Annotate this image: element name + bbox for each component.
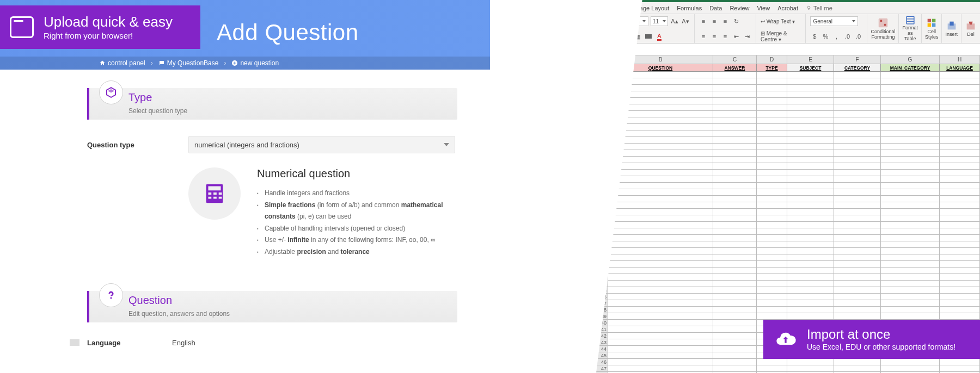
fill-color-button[interactable] (644, 32, 653, 41)
cell[interactable] (608, 365, 713, 372)
cell[interactable] (757, 261, 787, 268)
cell[interactable] (787, 189, 834, 196)
row-header[interactable]: 5 (596, 91, 608, 98)
row-header[interactable]: 39 (596, 313, 608, 320)
cell[interactable] (881, 157, 940, 163)
cell[interactable] (713, 274, 757, 281)
cell[interactable] (713, 111, 757, 117)
row-header[interactable]: 11 (596, 130, 608, 137)
cell[interactable] (881, 241, 940, 248)
cell[interactable] (757, 307, 787, 313)
cell[interactable] (834, 111, 881, 117)
cell[interactable] (787, 170, 834, 176)
conditional-formatting-button[interactable]: ConditionalFormatting (867, 14, 899, 43)
col-header[interactable]: B (608, 55, 713, 64)
cell[interactable] (713, 144, 757, 150)
cell[interactable] (834, 248, 881, 254)
cell[interactable] (713, 228, 757, 235)
table-header-cell[interactable]: LANGUAGE (940, 64, 980, 72)
cell[interactable] (787, 111, 834, 117)
cell[interactable] (940, 104, 980, 111)
cell[interactable] (608, 130, 713, 137)
cell[interactable] (881, 215, 940, 222)
cell[interactable] (757, 85, 787, 91)
cell[interactable] (881, 254, 940, 261)
cell[interactable] (757, 294, 787, 300)
cell-styles-button[interactable]: CellStyles (922, 14, 942, 43)
cell[interactable] (757, 130, 787, 137)
cell[interactable] (713, 268, 757, 274)
name-box[interactable] (596, 43, 622, 55)
cell[interactable] (757, 222, 787, 228)
cell[interactable] (881, 222, 940, 228)
row-header[interactable]: 10 (596, 124, 608, 130)
cell[interactable] (787, 176, 834, 183)
cell[interactable] (608, 313, 713, 320)
cell[interactable] (787, 163, 834, 170)
table-header-cell[interactable]: SUBJECT (787, 64, 834, 72)
cell[interactable] (881, 91, 940, 98)
cell[interactable] (940, 98, 980, 104)
cell[interactable] (757, 78, 787, 85)
cell[interactable] (940, 130, 980, 137)
row-header[interactable]: 42 (596, 333, 608, 339)
cell[interactable] (834, 85, 881, 91)
cell[interactable] (834, 268, 881, 274)
decrease-indent-icon[interactable]: ⇤ (732, 32, 740, 41)
cell[interactable] (787, 261, 834, 268)
cell[interactable] (713, 254, 757, 261)
cell[interactable] (881, 313, 940, 320)
cell[interactable] (940, 261, 980, 268)
cell[interactable] (834, 176, 881, 183)
cell[interactable] (834, 294, 881, 300)
cell[interactable] (787, 274, 834, 281)
cell[interactable] (713, 287, 757, 294)
cell[interactable] (608, 326, 713, 333)
cell[interactable] (787, 300, 834, 307)
row-header[interactable]: 22 (596, 202, 608, 209)
align-left-icon[interactable]: ≡ (699, 32, 708, 41)
cell[interactable] (608, 228, 713, 235)
cell[interactable] (834, 91, 881, 98)
cell[interactable] (940, 85, 980, 91)
cell[interactable] (608, 359, 713, 365)
cell[interactable] (757, 365, 787, 372)
row-header[interactable] (596, 64, 608, 72)
row-header[interactable]: 38 (596, 307, 608, 313)
cell[interactable] (608, 281, 713, 287)
cell[interactable] (787, 72, 834, 78)
cell[interactable] (608, 111, 713, 117)
cell[interactable] (608, 183, 713, 189)
cell[interactable] (787, 117, 834, 124)
number-format-select[interactable]: General (810, 16, 858, 26)
cell[interactable] (608, 144, 713, 150)
cell[interactable] (834, 209, 881, 215)
cell[interactable] (881, 130, 940, 137)
cell[interactable] (940, 228, 980, 235)
cell[interactable] (940, 274, 980, 281)
cell[interactable] (713, 130, 757, 137)
ribbon-tab[interactable]: Page Layout (636, 5, 670, 11)
cell[interactable] (881, 359, 940, 365)
orientation-icon[interactable]: ↻ (732, 17, 740, 26)
cell[interactable] (713, 157, 757, 163)
align-right-icon[interactable]: ≡ (721, 32, 730, 41)
delete-button[interactable]: Del (961, 14, 980, 43)
cell[interactable] (608, 320, 713, 326)
cell[interactable] (940, 72, 980, 78)
cell[interactable] (713, 78, 757, 85)
row-header[interactable]: 44 (596, 346, 608, 352)
cell[interactable] (608, 124, 713, 130)
cell[interactable] (787, 241, 834, 248)
cell[interactable] (881, 150, 940, 157)
cell[interactable] (881, 274, 940, 281)
cell[interactable] (881, 294, 940, 300)
cell[interactable] (881, 144, 940, 150)
cell[interactable] (713, 320, 757, 326)
row-header[interactable]: 40 (596, 320, 608, 326)
cell[interactable] (940, 111, 980, 117)
cell[interactable] (881, 196, 940, 202)
cell[interactable] (608, 78, 713, 85)
ribbon-tab[interactable]: Data (709, 5, 722, 11)
cell[interactable] (834, 202, 881, 209)
